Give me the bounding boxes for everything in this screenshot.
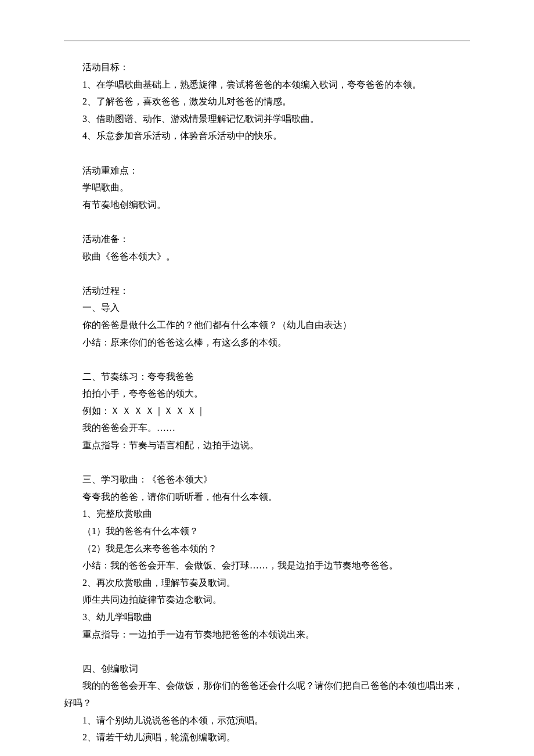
blank-line bbox=[64, 265, 470, 282]
section-heading: 三、学习歌曲：《爸爸本领大》 bbox=[64, 471, 470, 488]
section-heading: 活动过程： bbox=[64, 282, 470, 300]
body-line: 2、了解爸爸，喜欢爸爸，激发幼儿对爸爸的情感。 bbox=[64, 93, 470, 110]
body-line: 学唱歌曲。 bbox=[64, 179, 470, 196]
section-heading: 四、创编歌词 bbox=[64, 660, 470, 678]
section-heading: 活动目标： bbox=[64, 59, 470, 76]
section-heading: 活动重难点： bbox=[64, 162, 470, 179]
body-line: 1、请个别幼儿说说爸爸的本领，示范演唱。 bbox=[64, 712, 470, 729]
body-line: 2、请若干幼儿演唱，轮流创编歌词。 bbox=[64, 729, 470, 746]
body-line: 小结：原来你们的爸爸这么棒，有这么多的本领。 bbox=[64, 334, 470, 351]
body-line: 重点指导：节奏与语言相配，边拍手边说。 bbox=[64, 437, 470, 454]
document-page: 活动目标： 1、在学唱歌曲基础上，熟悉旋律，尝试将爸爸的本领编入歌词，夸夸爸爸的… bbox=[0, 0, 534, 756]
body-line: 4、乐意参加音乐活动，体验音乐活动中的快乐。 bbox=[64, 127, 470, 145]
body-line: 歌曲《爸爸本领大》。 bbox=[64, 248, 470, 265]
body-line: 小结：我的爸爸会开车、会做饭、会打球……，我是边拍手边节奏地夸爸爸。 bbox=[64, 557, 470, 574]
section-heading: 活动准备： bbox=[64, 231, 470, 248]
body-line: 2、再次欣赏歌曲，理解节奏及歌词。 bbox=[64, 574, 470, 592]
blank-line bbox=[64, 643, 470, 660]
body-line: 例如：Ｘ Ｘ Ｘ Ｘ｜Ｘ Ｘ Ｘ｜ bbox=[64, 402, 470, 420]
body-line: 1、在学唱歌曲基础上，熟悉旋律，尝试将爸爸的本领编入歌词，夸夸爸爸的本领。 bbox=[64, 76, 470, 93]
blank-line bbox=[64, 454, 470, 471]
blank-line bbox=[64, 145, 470, 162]
body-line: （2）我是怎么来夸爸爸本领的？ bbox=[64, 540, 470, 557]
body-line: 我的的爸爸会开车、会做饭，那你们的爸爸还会什么呢？请你们把自己爸爸的本领也唱出来… bbox=[64, 677, 470, 711]
section-heading: 二、节奏练习：夸夸我爸爸 bbox=[64, 368, 470, 386]
body-line: 重点指导：一边拍手一边有节奏地把爸爸的本领说出来。 bbox=[64, 626, 470, 643]
blank-line bbox=[64, 746, 470, 756]
body-line: 我的爸爸会开车。…… bbox=[64, 419, 470, 437]
blank-line bbox=[64, 351, 470, 368]
body-line: 夸夸我的爸爸，请你们听听看，他有什么本领。 bbox=[64, 488, 470, 506]
body-line: （1）我的爸爸有什么本领？ bbox=[64, 523, 470, 540]
horizontal-rule bbox=[64, 41, 470, 41]
blank-line bbox=[64, 213, 470, 231]
body-line: 3、幼儿学唱歌曲 bbox=[64, 609, 470, 626]
body-line: 一、导入 bbox=[64, 299, 470, 316]
body-line: 3、借助图谱、动作、游戏情景理解记忆歌词并学唱歌曲。 bbox=[64, 110, 470, 128]
body-line: 师生共同边拍旋律节奏边念歌词。 bbox=[64, 591, 470, 609]
body-line: 你的爸爸是做什么工作的？他们都有什么本领？（幼儿自由表达） bbox=[64, 316, 470, 334]
body-line: 有节奏地创编歌词。 bbox=[64, 196, 470, 214]
body-line: 拍拍小手，夸夸爸爸的领大。 bbox=[64, 385, 470, 402]
body-line: 1、完整欣赏歌曲 bbox=[64, 505, 470, 523]
